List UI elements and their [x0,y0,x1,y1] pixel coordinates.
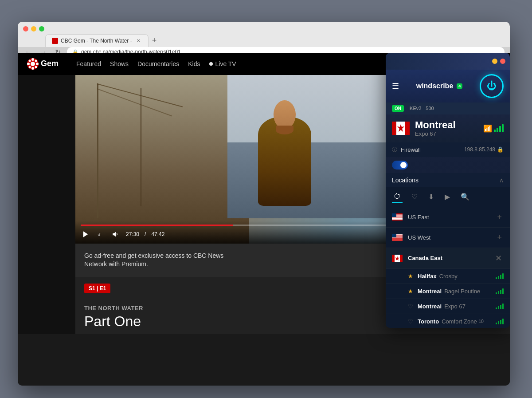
ws-location-section[interactable]: Montreal Expo 67 📶 [386,114,510,142]
windscribe-popup: ☰ windscribe 4 ⏻ ON IKEv2 500 [386,53,510,328]
us-west-add-button[interactable]: + [495,232,504,243]
canada-east-close-button[interactable]: ✕ [493,252,504,264]
volume-button[interactable] [111,229,121,239]
featured-nav-link[interactable]: Featured [76,60,101,67]
play-button[interactable] [81,229,90,239]
montreal-bagel-bar-4 [502,288,504,294]
ws-firewall-bar: ⓘ Firewall 198.8.85.248 🔒 [386,142,510,157]
svg-point-5 [36,63,39,65]
episode-badge: S1 | E1 [84,284,110,293]
svg-point-1 [31,62,35,66]
kids-nav-link[interactable]: Kids [188,60,200,67]
ws-ip-display: 198.8.85.248 🔒 [464,146,504,153]
ws-power-icon: ⏻ [487,80,497,92]
svg-text:↺: ↺ [98,232,101,236]
ws-bar-4 [502,124,504,132]
live-tv-link[interactable]: Live TV [215,60,236,67]
gem-logo-text: Gem [41,59,59,68]
ws-server: Expo 67 [415,130,456,137]
svg-marker-12 [113,232,116,236]
svg-rect-40 [392,240,403,240]
documentaries-nav-link[interactable]: Documentaries [137,60,179,67]
replay10-button[interactable]: ↺ [96,229,106,239]
svg-point-3 [31,67,34,70]
tab-close-button[interactable]: ✕ [135,37,142,44]
active-tab[interactable]: CBC Gem - The North Water - ✕ [45,34,149,47]
ws-locations-header[interactable]: Locations ∧ [386,173,510,187]
montreal-bagel-bar-1 [496,292,497,294]
character-head [274,100,296,129]
main-nav: Featured Shows Documentaries Kids Live T… [76,60,236,67]
us-east-flag [392,213,403,221]
svg-marker-10 [83,231,88,237]
montreal-expo-server: Expo 67 [444,303,466,310]
shows-nav-link[interactable]: Shows [110,60,129,67]
browser-chrome: CBC Gem - The North Water - ✕ + ← → ↻ 🔒 … [18,22,510,53]
close-dot[interactable] [23,26,28,32]
windscribe-header: ☰ windscribe 4 ⏻ [386,70,510,102]
ws-tab-streaming[interactable]: ▶ [443,191,452,203]
tab-favicon [52,38,58,44]
montreal-bagel-signal [496,288,504,294]
svg-rect-31 [392,218,403,219]
ws-chevron-icon[interactable]: ∧ [499,177,504,184]
cbc-logo: Gem [27,58,59,70]
ws-region-us-east[interactable]: US East + [386,207,510,228]
ws-status-bar: ON IKEv2 500 [386,102,510,114]
halifax-signal [496,273,504,279]
ws-tab-download[interactable]: ⬇ [426,191,436,203]
svg-rect-33 [392,213,396,217]
montreal-bagel-bar-3 [500,290,501,294]
montreal-expo-bar-3 [500,305,501,309]
ws-toggle[interactable] [392,161,408,169]
halifax-bar-2 [498,276,499,279]
ws-menu-button[interactable]: ☰ [392,81,399,91]
ws-firewall-left: ⓘ Firewall [392,146,421,154]
ws-protocol: IKEv2 [408,106,421,111]
ws-server-toronto[interactable]: ♡ Toronto Comfort Zone 10 [386,314,510,328]
svg-rect-38 [392,238,403,238]
minimize-dot[interactable] [31,26,36,32]
toronto-server: Comfort Zone [442,318,477,325]
ws-tab-search[interactable]: 🔍 [459,191,471,203]
toronto-bar-1 [496,323,497,324]
ws-toggle-row [386,157,510,173]
windscribe-titlebar [386,53,510,70]
ws-info-icon[interactable]: ⓘ [392,146,397,154]
svg-point-8 [29,66,31,68]
svg-rect-39 [392,239,403,239]
ws-tab-recent[interactable]: ⏱ [392,191,403,203]
canada-east-label: Canada East [408,255,493,261]
ws-on-badge: ON [392,105,404,112]
live-tv-nav[interactable]: Live TV [209,60,236,67]
toronto-heart-icon[interactable]: ♡ [408,318,413,325]
progress-fill [81,225,233,226]
replay10-icon: ↺ [97,230,105,238]
character-beard [276,126,293,134]
maximize-dot[interactable] [39,26,44,32]
ws-server-halifax[interactable]: ★ Halifax Crosby [386,269,510,284]
montreal-expo-heart-icon[interactable]: ♡ [408,303,413,310]
us-east-add-button[interactable]: + [495,212,504,223]
new-tab-button[interactable]: + [149,36,160,44]
montreal-bagel-city: Montreal [418,288,442,295]
ws-minimize-dot[interactable] [492,59,497,64]
halifax-bar-1 [496,277,497,279]
svg-point-9 [35,66,37,68]
ws-location-info: Montreal Expo 67 [415,120,456,137]
ws-power-button[interactable]: ⏻ [480,74,504,98]
ws-close-dot[interactable] [500,59,505,64]
ws-region-us-west[interactable]: US West + [386,228,510,248]
halifax-star-icon[interactable]: ★ [408,273,413,280]
cbc-icon [27,58,39,70]
us-east-label: US East [408,214,495,221]
montreal-bagel-star-icon[interactable]: ★ [408,288,413,295]
svg-rect-30 [392,217,403,218]
ws-bar-1 [494,130,496,132]
mast-main [97,83,98,218]
ws-tab-favorites[interactable]: ♡ [410,191,419,203]
ws-region-canada-east[interactable]: Canada East ✕ [386,248,510,269]
ws-server-montreal-bagel[interactable]: ★ Montreal Bagel Poutine [386,284,510,299]
ws-server-montreal-expo[interactable]: ♡ Montreal Expo 67 [386,299,510,314]
halifax-city: Halifax [418,273,437,280]
